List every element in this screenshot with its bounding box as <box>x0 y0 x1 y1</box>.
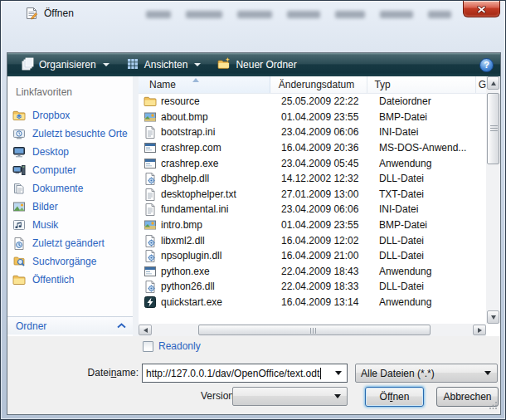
open-button[interactable]: Öffnen <box>365 387 424 407</box>
column-header-type[interactable]: Typ <box>367 76 475 93</box>
sidebar-item-musik[interactable]: Musik <box>7 216 133 234</box>
sidebar-item-bilder[interactable]: Bilder <box>7 198 133 216</box>
file-type: TXT-Datei <box>372 188 483 200</box>
folders-label: Ordner <box>16 320 46 332</box>
folder-file-icon <box>144 95 157 108</box>
new-folder-icon <box>217 57 231 73</box>
scroll-down-icon <box>491 315 496 320</box>
sidebar-item-zuletzt-besuchte-orte[interactable]: Zuletzt besuchte Orte <box>7 125 133 143</box>
filename-dropdown-icon[interactable] <box>335 371 342 375</box>
sidebar-splitter[interactable] <box>133 76 139 336</box>
readonly-checkbox[interactable] <box>143 341 153 352</box>
sidebar-item-label: Bilder <box>32 201 58 212</box>
scroll-left-icon <box>144 328 148 333</box>
filetype-select[interactable]: Alle Dateien (*.*) <box>355 364 498 383</box>
filetype-value: Alle Dateien (*.*) <box>361 368 435 379</box>
text-caret <box>320 368 321 379</box>
column-headers: Name Änderungsdatum Typ G <box>139 76 486 94</box>
dll-file-icon <box>144 172 157 185</box>
views-button[interactable]: Ansichten <box>119 55 208 76</box>
file-date: 22.04.2009 18:33 <box>273 281 372 292</box>
image-file-icon <box>144 110 157 124</box>
sidebar-item-dropbox[interactable]: Dropbox <box>7 106 133 125</box>
version-select[interactable] <box>232 387 348 406</box>
titlebar[interactable]: Öffnen <box>1 1 506 25</box>
desktop-icon <box>12 145 26 159</box>
file-date: 27.01.2009 13:00 <box>273 188 372 200</box>
file-row[interactable]: resource25.05.2009 22:22Dateiordner <box>139 94 486 110</box>
file-row[interactable]: python26.dll22.04.2009 18:33DLL-Datei <box>139 279 486 295</box>
file-name: intro.bmp <box>161 219 273 231</box>
filename-value: http://127.0.0.1/dav/OpenOffice/text.odt <box>146 368 319 379</box>
file-rows: resource25.05.2009 22:22Dateiordnerabout… <box>139 94 486 310</box>
filename-input[interactable]: http://127.0.0.1/dav/OpenOffice/text.odt <box>142 364 348 383</box>
recently-changed-icon <box>12 237 26 250</box>
file-date: 16.04.2009 20:36 <box>273 142 372 154</box>
column-header-date[interactable]: Änderungsdatum <box>270 76 368 93</box>
file-name: npsoplugin.dll <box>161 250 273 261</box>
favorites-header: Linkfavoriten <box>7 76 133 98</box>
file-row[interactable]: intro.bmp01.04.2009 23:55BMP-Datei <box>139 217 486 233</box>
file-row[interactable]: fundamental.ini23.04.2009 06:06INI-Datei <box>139 202 486 217</box>
file-row[interactable]: npsoplugin.dll16.04.2009 21:00DLL-Datei <box>139 248 486 264</box>
file-name: desktophelper.txt <box>161 188 273 200</box>
file-row[interactable]: crashrep.com16.04.2009 20:36MS-DOS-Anwen… <box>139 140 486 156</box>
scroll-left-button[interactable] <box>139 325 152 335</box>
pictures-icon <box>12 200 26 213</box>
scroll-down-button[interactable] <box>487 310 499 324</box>
sidebar-item-desktop[interactable]: Desktop <box>7 143 133 161</box>
background-window-blur <box>146 11 451 18</box>
close-icon <box>477 2 486 17</box>
column-header-name[interactable]: Name <box>139 76 270 93</box>
sidebar-item-zuletzt-ge-ndert[interactable]: Zuletzt geändert <box>7 234 133 252</box>
scroll-right-button[interactable] <box>473 325 486 335</box>
horizontal-scrollbar[interactable] <box>139 324 486 336</box>
organize-button[interactable]: Organisieren <box>14 55 116 76</box>
file-name: quickstart.exe <box>161 296 273 308</box>
file-type: DLL-Datei <box>372 281 483 292</box>
dialog-footer: Readonly Dateiname: http://127.0.0.1/dav… <box>7 336 500 414</box>
organize-icon <box>21 57 34 73</box>
file-date: 01.04.2009 23:55 <box>273 219 372 231</box>
image-file-icon <box>144 218 157 232</box>
readonly-label: Readonly <box>158 340 201 352</box>
file-date: 23.04.2009 05:45 <box>273 158 372 169</box>
file-row[interactable]: quickstart.exe16.04.2009 13:14Anwendung <box>139 295 486 310</box>
scroll-up-button[interactable] <box>487 76 499 90</box>
file-row[interactable]: desktophelper.txt27.01.2009 13:00TXT-Dat… <box>139 187 486 203</box>
sidebar-item-dokumente[interactable]: Dokumente <box>7 179 133 198</box>
column-header-size[interactable]: G <box>476 76 486 93</box>
open-dialog: Öffnen « OpenOffice.org 3 program <box>0 0 506 420</box>
sidebar-item-label: Dropbox <box>32 110 70 121</box>
dialog-title: Öffnen <box>44 7 74 19</box>
folders-expander[interactable]: Ordner <box>7 316 133 335</box>
file-row[interactable]: dbghelp.dll14.12.2002 12:32DLL-Datei <box>139 171 486 187</box>
recent-places-icon <box>12 127 26 140</box>
new-folder-button[interactable]: Neuer Ordner <box>211 55 303 76</box>
help-button[interactable]: ? <box>479 58 494 72</box>
sidebar-item--ffentlich[interactable]: Öffentlich <box>7 271 133 289</box>
vertical-scrollbar[interactable] <box>486 76 500 324</box>
file-row[interactable]: crashrep.exe23.04.2009 05:45Anwendung <box>139 155 486 171</box>
file-type: INI-Datei <box>372 126 483 138</box>
sidebar-item-label: Öffentlich <box>32 274 74 286</box>
file-row[interactable]: python.exe22.04.2009 18:43Anwendung <box>139 264 486 280</box>
file-type: INI-Datei <box>372 203 483 215</box>
text-file-icon <box>144 188 157 201</box>
sidebar-item-label: Suchvorgänge <box>32 256 96 267</box>
searches-icon <box>12 255 26 268</box>
resize-grip-icon[interactable] <box>489 401 498 413</box>
file-name: fundamental.ini <box>161 203 273 215</box>
sidebar-item-computer[interactable]: Computer <box>7 161 133 179</box>
sidebar-item-suchvorg-nge[interactable]: Suchvorgänge <box>7 252 133 271</box>
file-row[interactable]: libxml2.dll16.04.2009 12:02DLL-Datei <box>139 232 486 248</box>
file-row[interactable]: about.bmp01.04.2009 23:55BMP-Datei <box>139 110 486 125</box>
file-row[interactable]: bootstrap.ini23.04.2009 06:06INI-Datei <box>139 125 486 140</box>
horizontal-scroll-thumb[interactable] <box>198 325 431 335</box>
close-button[interactable] <box>463 1 500 17</box>
file-date: 01.04.2009 23:55 <box>273 111 372 123</box>
document-edit-icon <box>25 7 38 20</box>
filename-label: Dateiname: <box>41 367 139 378</box>
vertical-scroll-thumb[interactable] <box>487 93 499 164</box>
file-date: 23.04.2009 06:06 <box>273 203 372 215</box>
